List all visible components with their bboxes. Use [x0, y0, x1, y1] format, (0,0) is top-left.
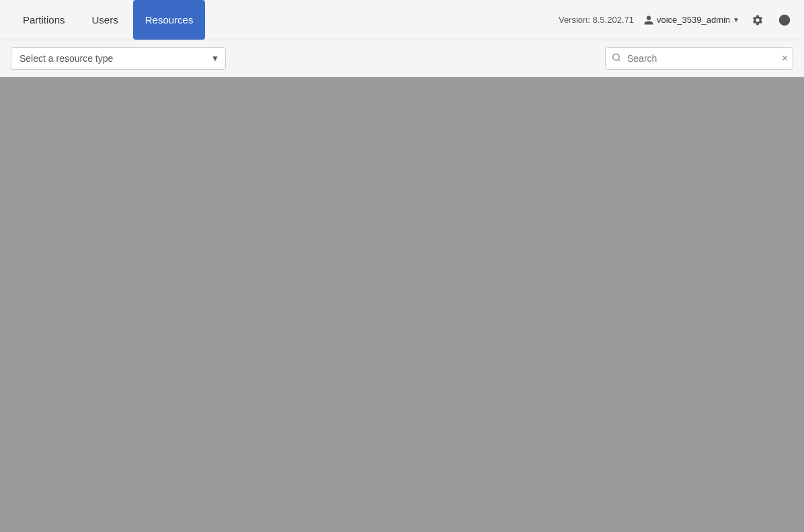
help-button[interactable] [776, 11, 793, 29]
main-content-area [0, 77, 804, 532]
tab-resources[interactable]: Resources [133, 0, 206, 40]
version-label: Version: 8.5.202.71 [559, 15, 634, 25]
help-icon [778, 14, 791, 26]
toolbar-row: Select a resource type ▼ × [0, 40, 804, 77]
svg-point-2 [613, 54, 619, 60]
search-icon [612, 53, 621, 64]
search-container: × [605, 47, 793, 70]
resource-type-selector[interactable]: Select a resource type ▼ [11, 47, 226, 70]
settings-icon [752, 14, 764, 26]
nav-tabs: Partitions Users Resources [11, 0, 205, 40]
settings-button[interactable] [749, 11, 766, 29]
resource-type-select[interactable]: Select a resource type [11, 47, 226, 70]
search-input[interactable] [605, 47, 793, 70]
tab-partitions[interactable]: Partitions [11, 0, 77, 40]
top-right-area: Version: 8.5.202.71 voice_3539_admin ▼ [559, 11, 793, 29]
user-menu[interactable]: voice_3539_admin ▼ [643, 15, 739, 26]
chevron-down-icon: ▼ [733, 16, 739, 24]
svg-line-3 [618, 59, 620, 61]
search-clear-button[interactable]: × [782, 53, 788, 64]
person-icon [643, 15, 654, 26]
user-name-label: voice_3539_admin [657, 15, 730, 25]
top-bar: Partitions Users Resources Version: 8.5.… [0, 0, 804, 40]
tab-users[interactable]: Users [80, 0, 130, 40]
